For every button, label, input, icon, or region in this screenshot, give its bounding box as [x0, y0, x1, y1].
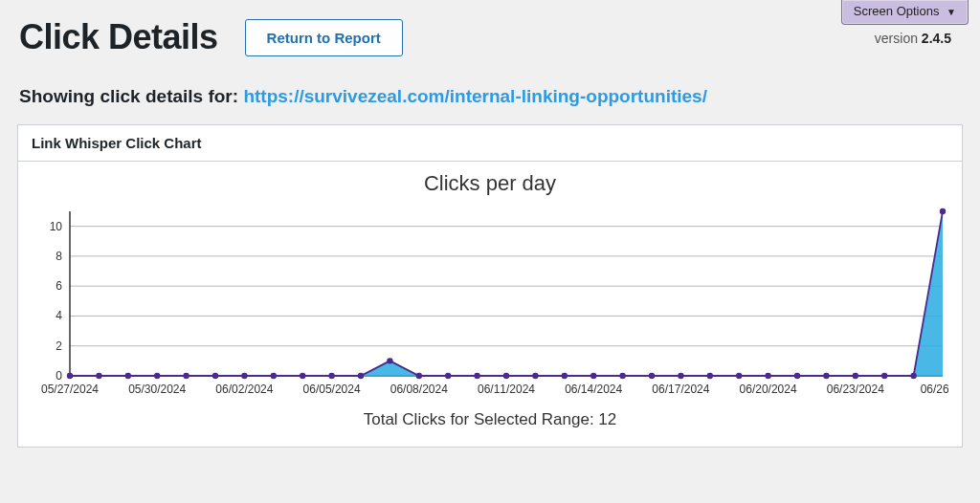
svg-text:4: 4 [56, 309, 62, 322]
svg-point-34 [649, 373, 655, 379]
svg-point-25 [387, 358, 392, 363]
svg-point-21 [271, 373, 277, 379]
svg-point-16 [125, 373, 131, 379]
svg-point-19 [212, 373, 218, 379]
svg-text:06/05/2024: 06/05/2024 [303, 383, 361, 396]
svg-point-38 [765, 373, 770, 379]
svg-point-23 [328, 373, 334, 379]
svg-point-37 [736, 373, 742, 379]
svg-text:06/14/2024: 06/14/2024 [565, 383, 622, 396]
svg-point-26 [416, 373, 422, 379]
svg-text:0: 0 [56, 369, 62, 383]
page-title: Click Details [19, 17, 218, 57]
svg-point-43 [910, 373, 916, 379]
svg-point-35 [678, 373, 683, 379]
showing-label: Showing click details for: [19, 86, 243, 106]
svg-point-33 [619, 373, 625, 379]
svg-point-30 [532, 373, 538, 379]
svg-point-27 [445, 373, 451, 379]
svg-point-41 [853, 373, 858, 379]
svg-text:06/20/2024: 06/20/2024 [740, 383, 797, 396]
svg-point-17 [154, 373, 160, 379]
svg-point-39 [794, 373, 800, 379]
svg-text:05/27/2024: 05/27/2024 [41, 383, 99, 396]
svg-point-15 [96, 373, 101, 379]
panel-title: Link Whisper Click Chart [18, 125, 962, 162]
svg-point-18 [183, 373, 189, 379]
svg-text:06/02/2024: 06/02/2024 [215, 383, 273, 396]
svg-point-29 [503, 373, 509, 379]
svg-text:6: 6 [56, 279, 62, 293]
svg-point-14 [67, 373, 73, 379]
chart-panel: Link Whisper Click Chart Clicks per day … [17, 124, 963, 448]
svg-text:06/26/20: 06/26/20 [921, 383, 948, 396]
clicks-chart: 024681005/27/202405/30/202406/02/202406/… [30, 202, 948, 403]
showing-url-link[interactable]: https://survivezeal.com/internal-linking… [243, 86, 707, 106]
version-text: version 2.4.5 [875, 31, 951, 46]
svg-point-36 [707, 373, 713, 379]
svg-point-28 [474, 373, 479, 379]
showing-line: Showing click details for: https://survi… [0, 61, 980, 120]
svg-text:05/30/2024: 05/30/2024 [128, 383, 186, 396]
return-to-report-button[interactable]: Return to Report [245, 19, 403, 56]
svg-text:10: 10 [50, 220, 63, 233]
chart-title: Clicks per day [30, 171, 950, 196]
svg-text:2: 2 [56, 339, 62, 353]
svg-point-42 [881, 373, 887, 379]
svg-text:8: 8 [56, 250, 62, 263]
svg-point-32 [590, 373, 596, 379]
svg-text:06/11/2024: 06/11/2024 [478, 383, 535, 396]
svg-point-20 [241, 373, 247, 379]
svg-text:06/23/2024: 06/23/2024 [827, 383, 884, 396]
svg-text:06/08/2024: 06/08/2024 [390, 383, 448, 396]
svg-point-31 [562, 373, 568, 379]
svg-point-24 [358, 373, 364, 379]
svg-point-22 [300, 373, 305, 379]
svg-point-40 [823, 373, 829, 379]
svg-point-44 [940, 208, 946, 214]
svg-text:06/17/2024: 06/17/2024 [652, 383, 709, 396]
total-clicks-label: Total Clicks for Selected Range: 12 [30, 403, 950, 439]
